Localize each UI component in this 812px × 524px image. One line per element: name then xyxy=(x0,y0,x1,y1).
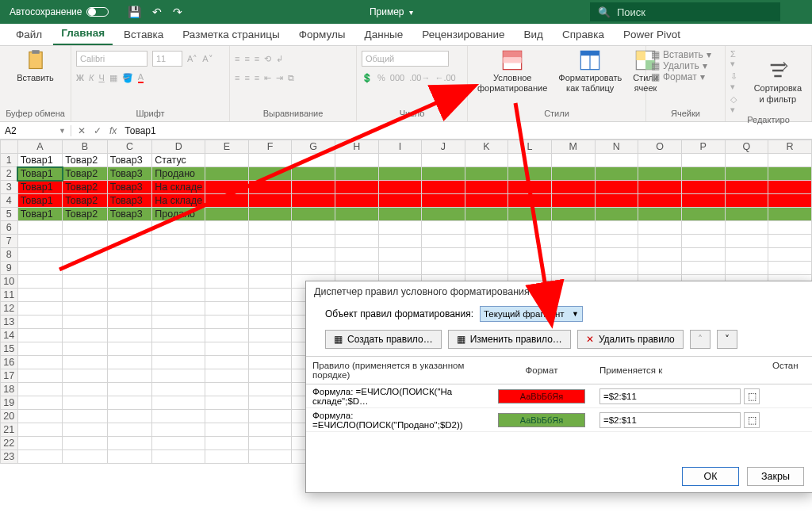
currency-icon[interactable]: 💲 xyxy=(362,73,373,83)
cell[interactable] xyxy=(378,262,422,275)
insert-cells-button[interactable]: ▦ Вставить ▾ xyxy=(651,49,720,60)
row-header[interactable]: 7 xyxy=(1,235,18,248)
cell[interactable] xyxy=(17,316,63,329)
percent-icon[interactable]: % xyxy=(377,73,385,82)
cell[interactable] xyxy=(508,154,552,167)
row-header[interactable]: 6 xyxy=(1,221,18,235)
cell[interactable] xyxy=(595,262,638,275)
cell[interactable] xyxy=(205,262,249,275)
save-icon[interactable]: 💾 xyxy=(128,6,141,18)
row-header[interactable]: 18 xyxy=(1,383,18,396)
applies-to-input[interactable]: =$2:$11 xyxy=(599,388,741,404)
row-header[interactable]: 14 xyxy=(1,329,18,342)
cell[interactable] xyxy=(422,235,465,248)
cell[interactable] xyxy=(152,289,205,302)
cell[interactable] xyxy=(205,221,249,235)
cell[interactable] xyxy=(681,208,725,221)
row-header[interactable]: 3 xyxy=(1,181,18,194)
cell[interactable] xyxy=(63,396,108,410)
cell[interactable] xyxy=(107,450,152,464)
col-header[interactable]: H xyxy=(335,140,378,154)
cell[interactable] xyxy=(152,235,205,248)
switch-icon[interactable] xyxy=(86,7,109,17)
cell[interactable]: Продано xyxy=(152,208,205,221)
cell[interactable] xyxy=(378,194,422,208)
tab-review[interactable]: Рецензирование xyxy=(414,25,512,45)
cell[interactable] xyxy=(725,154,768,167)
cell[interactable] xyxy=(17,248,63,262)
cell[interactable] xyxy=(107,248,152,262)
cell[interactable] xyxy=(335,235,378,248)
cell[interactable] xyxy=(248,235,292,248)
decrease-decimal-icon[interactable]: ←.00 xyxy=(435,73,455,82)
cell[interactable]: Товар3 xyxy=(107,181,152,194)
cell[interactable] xyxy=(638,181,682,194)
cell[interactable] xyxy=(205,289,249,302)
cell[interactable] xyxy=(17,302,63,316)
cell[interactable] xyxy=(205,194,249,208)
number-format-select[interactable]: Общий xyxy=(362,51,449,67)
cell[interactable] xyxy=(152,248,205,262)
cell[interactable] xyxy=(152,221,205,235)
cell[interactable] xyxy=(422,154,465,167)
cell[interactable] xyxy=(595,208,638,221)
cell[interactable] xyxy=(17,396,63,410)
decrease-font-icon[interactable]: A˅ xyxy=(202,54,213,64)
cell[interactable] xyxy=(638,154,682,167)
cell[interactable] xyxy=(768,194,812,208)
cell[interactable] xyxy=(681,167,725,181)
cell[interactable] xyxy=(17,342,63,356)
cell[interactable] xyxy=(508,235,552,248)
cell[interactable] xyxy=(248,248,292,262)
cell[interactable] xyxy=(422,167,465,181)
cell[interactable] xyxy=(248,181,292,194)
applies-to-input[interactable]: =$2:$11 xyxy=(599,412,741,428)
cell[interactable] xyxy=(422,208,465,221)
cell[interactable] xyxy=(248,329,292,342)
cell[interactable] xyxy=(681,194,725,208)
edit-rule-button[interactable]: ▦Изменить правило… xyxy=(448,330,571,349)
cell[interactable] xyxy=(152,450,205,464)
cell[interactable] xyxy=(107,369,152,383)
cell[interactable] xyxy=(248,167,292,181)
col-header[interactable]: I xyxy=(378,140,422,154)
cell[interactable] xyxy=(638,235,682,248)
font-size-select[interactable]: 11 xyxy=(152,51,182,67)
cell[interactable] xyxy=(17,235,63,248)
align-center-icon[interactable]: ≡ xyxy=(244,73,249,82)
orientation-icon[interactable]: ⟲ xyxy=(264,54,271,64)
cell[interactable] xyxy=(551,262,595,275)
cell[interactable] xyxy=(551,167,595,181)
cell[interactable] xyxy=(63,423,108,437)
fill-color-icon[interactable]: 🪣 xyxy=(122,73,133,83)
cell[interactable] xyxy=(205,167,249,181)
cell[interactable] xyxy=(63,235,108,248)
cell[interactable] xyxy=(107,262,152,275)
col-header[interactable]: K xyxy=(465,140,508,154)
cell[interactable] xyxy=(725,221,768,235)
cell[interactable] xyxy=(63,221,108,235)
row-header[interactable]: 21 xyxy=(1,423,18,437)
cell[interactable] xyxy=(638,248,682,262)
cell[interactable] xyxy=(378,235,422,248)
cell[interactable] xyxy=(205,450,249,464)
cell[interactable] xyxy=(248,396,292,410)
cell[interactable] xyxy=(17,262,63,275)
scope-select[interactable]: Текущий фрагмент▼ xyxy=(480,306,583,322)
move-down-button[interactable]: ˅ xyxy=(717,330,737,349)
cell[interactable] xyxy=(152,342,205,356)
cell[interactable] xyxy=(292,181,335,194)
cell[interactable] xyxy=(17,410,63,423)
cell[interactable] xyxy=(152,369,205,383)
tab-data[interactable]: Данные xyxy=(357,25,412,45)
cell[interactable] xyxy=(681,221,725,235)
row-header[interactable]: 9 xyxy=(1,262,18,275)
delete-rule-button[interactable]: ✕Удалить правило xyxy=(577,330,684,349)
cell[interactable] xyxy=(63,248,108,262)
cell[interactable] xyxy=(248,450,292,464)
cell[interactable] xyxy=(508,262,552,275)
cell[interactable] xyxy=(107,275,152,289)
cell[interactable] xyxy=(638,194,682,208)
col-header[interactable]: J xyxy=(422,140,465,154)
cell[interactable] xyxy=(335,262,378,275)
